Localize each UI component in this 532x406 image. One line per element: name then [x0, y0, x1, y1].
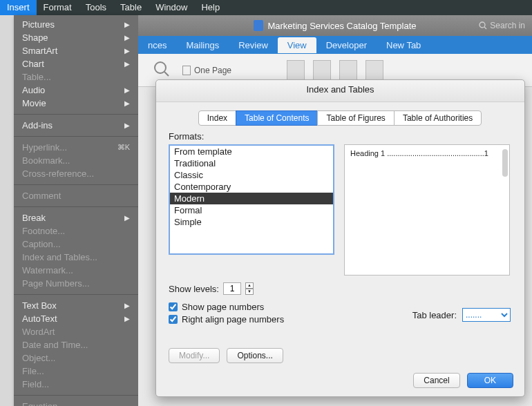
submenu-arrow-icon: ▶	[124, 60, 130, 68]
format-option-traditional[interactable]: Traditional	[170, 157, 333, 169]
menu-item-index-and-tables: Index and Tables...	[14, 251, 138, 264]
ribbon-tab-developer[interactable]: Developer	[316, 37, 377, 53]
menu-window[interactable]: Window	[149, 0, 194, 15]
modify-button: Modify...	[169, 348, 220, 363]
submenu-arrow-icon: ▶	[124, 21, 130, 28]
ok-button[interactable]: OK	[467, 373, 513, 388]
one-page-option[interactable]: One Page	[182, 66, 231, 75]
menu-item-equation: Equation	[14, 400, 138, 406]
tab-table-of-figures[interactable]: Table of Figures	[317, 110, 394, 126]
menu-item-page-numbers: Page Numbers...	[14, 277, 138, 290]
menu-item-watermark: Watermark...	[14, 264, 138, 277]
formats-listbox[interactable]: From templateTraditionalClassicContempor…	[169, 144, 334, 255]
dialog-title: Index and Tables	[156, 80, 524, 102]
ribbon-shape-3[interactable]	[339, 60, 357, 81]
menu-item-file: File...	[14, 365, 138, 378]
menu-item-caption: Caption...	[14, 238, 138, 251]
formats-label: Formats:	[169, 131, 512, 142]
menu-item-hyperlink: Hyperlink...⌘K	[14, 141, 138, 154]
format-option-classic[interactable]: Classic	[170, 169, 333, 181]
menu-item-chart[interactable]: Chart▶	[14, 57, 138, 70]
ribbon-shape-4[interactable]	[365, 60, 383, 81]
ribbon-shape-1[interactable]	[287, 60, 305, 81]
ribbon-tab-mailings[interactable]: Mailings	[176, 37, 229, 53]
options-button[interactable]: Options...	[227, 348, 283, 363]
menu-item-text-box[interactable]: Text Box▶	[14, 299, 138, 312]
insert-dropdown: Pictures▶Shape▶SmartArt▶Chart▶Table...Au…	[14, 15, 138, 406]
menu-format[interactable]: Format	[37, 0, 79, 15]
search-box[interactable]: Search in	[479, 21, 525, 30]
show-page-numbers-checkbox[interactable]	[169, 302, 178, 311]
ribbon-shape-2[interactable]	[313, 60, 331, 81]
menu-item-shape[interactable]: Shape▶	[14, 31, 138, 44]
right-align-label: Right align page numbers	[182, 314, 284, 325]
submenu-arrow-icon: ▶	[124, 86, 130, 94]
show-levels-label: Show levels:	[169, 284, 219, 294]
ribbon-tab-references[interactable]: nces	[138, 37, 176, 53]
tab-leader-label: Tab leader:	[412, 310, 457, 320]
submenu-arrow-icon: ▶	[124, 122, 130, 129]
toc-preview: Heading 1 ..............................…	[344, 144, 510, 276]
submenu-arrow-icon: ▶	[124, 302, 130, 309]
menubar: Insert Format Tools Table Window Help	[0, 0, 532, 15]
menu-item-comment: Comment	[14, 189, 138, 202]
one-page-label: One Page	[194, 66, 231, 75]
submenu-arrow-icon: ▶	[124, 47, 130, 55]
ribbon-tab-view[interactable]: View	[278, 37, 316, 53]
menu-item-table: Table...	[14, 70, 138, 84]
stepper-down-icon[interactable]: ▼	[245, 289, 254, 295]
show-levels-input[interactable]	[223, 282, 241, 295]
menu-item-smartart[interactable]: SmartArt▶	[14, 44, 138, 57]
ribbon-tab-newtab[interactable]: New Tab	[377, 37, 430, 53]
show-levels-stepper[interactable]: ▲ ▼	[245, 282, 254, 295]
menu-item-footnote: Footnote...	[14, 224, 138, 238]
window-title: Marketing Services Catalog Template	[267, 21, 416, 31]
menu-table[interactable]: Table	[113, 0, 149, 15]
format-option-formal[interactable]: Formal	[170, 204, 333, 216]
ribbon-tabs: nces Mailings Review View Developer New …	[138, 36, 532, 54]
svg-line-3	[164, 72, 169, 76]
search-placeholder: Search in	[490, 21, 525, 30]
menu-item-bookmark: Bookmark...	[14, 154, 138, 167]
tab-table-of-contents[interactable]: Table of Contents	[236, 110, 318, 126]
submenu-arrow-icon: ▶	[124, 315, 130, 322]
shortcut-label: ⌘K	[117, 143, 130, 152]
menu-insert[interactable]: Insert	[0, 0, 37, 15]
tab-index[interactable]: Index	[198, 110, 236, 126]
show-page-numbers-label: Show page numbers	[182, 302, 264, 312]
format-option-modern[interactable]: Modern	[170, 193, 333, 204]
format-option-simple[interactable]: Simple	[170, 216, 333, 228]
menu-item-field: Field...	[14, 378, 138, 391]
submenu-arrow-icon: ▶	[124, 214, 130, 222]
menu-item-audio[interactable]: Audio▶	[14, 84, 138, 97]
tab-table-of-authorities[interactable]: Table of Authorities	[394, 110, 482, 126]
submenu-arrow-icon: ▶	[124, 99, 130, 107]
format-option-from-template[interactable]: From template	[170, 146, 333, 157]
menu-item-object: Object...	[14, 351, 138, 365]
dialog-tabs: Index Table of Contents Table of Figures…	[156, 110, 524, 126]
tab-leader-select[interactable]: .......	[462, 308, 511, 322]
menu-item-add-ins[interactable]: Add-ins▶	[14, 119, 138, 132]
svg-point-2	[155, 62, 166, 73]
window-titlebar: Marketing Services Catalog Template Sear…	[138, 15, 532, 36]
menu-tools[interactable]: Tools	[79, 0, 113, 15]
preview-line: Heading 1 ..............................…	[350, 149, 504, 157]
zoom-icon[interactable]	[152, 59, 171, 81]
menu-item-break[interactable]: Break▶	[14, 211, 138, 224]
cancel-button[interactable]: Cancel	[413, 373, 459, 388]
ribbon-tab-review[interactable]: Review	[229, 37, 278, 53]
format-option-contemporary[interactable]: Contemporary	[170, 181, 333, 193]
menu-item-movie[interactable]: Movie▶	[14, 97, 138, 110]
menu-item-wordart: WordArt	[14, 325, 138, 338]
submenu-arrow-icon: ▶	[124, 34, 130, 41]
menu-item-autotext[interactable]: AutoText▶	[14, 312, 138, 325]
preview-scrollbar[interactable]	[502, 149, 508, 177]
menu-item-cross-reference: Cross-reference...	[14, 167, 138, 180]
svg-point-0	[479, 22, 485, 28]
menu-item-pictures[interactable]: Pictures▶	[14, 18, 138, 31]
search-icon	[479, 21, 487, 30]
index-and-tables-dialog: Index and Tables Index Table of Contents…	[155, 79, 525, 397]
menu-help[interactable]: Help	[194, 0, 227, 15]
right-align-checkbox[interactable]	[169, 315, 178, 324]
stepper-up-icon[interactable]: ▲	[245, 282, 254, 289]
